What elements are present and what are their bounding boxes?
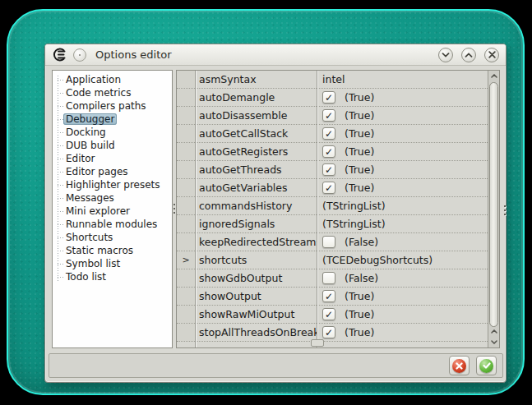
panel-splitter[interactable] [173,204,176,214]
tree-branch-icon [58,80,63,81]
grid-row-showRawMiOutput[interactable]: showRawMiOutput✓(True) [177,306,488,324]
tree-item-mini-explorer[interactable]: Mini explorer [53,205,172,218]
scrollbar-thumb[interactable] [489,82,498,327]
grid-row-stopAllThreadsOnBreak[interactable]: stopAllThreadsOnBreak✓(True) [177,324,488,342]
grid-row-showGdbOutput[interactable]: showGdbOutput(False) [177,269,488,288]
chevron-up-icon [465,53,473,58]
property-value: ✓(True) [317,290,488,302]
checkbox-checked[interactable]: ✓ [322,91,335,104]
checkbox-unchecked[interactable] [322,236,335,248]
checkbox-checked[interactable]: ✓ [322,109,335,122]
grid-row-asmSyntax[interactable]: asmSyntaxintel [177,71,488,89]
grid-row-autoGetCallStack[interactable]: autoGetCallStack✓(True) [177,125,488,143]
property-name: autoGetVariables [195,182,317,194]
property-value: ✓(True) [317,182,488,194]
tree-item-label: Symbol list [63,258,123,269]
grid-row-autoGetRegisters[interactable]: autoGetRegisters✓(True) [177,143,488,161]
vertical-scrollbar[interactable] [488,71,499,347]
grid-row-autoDisassemble[interactable]: autoDisassemble✓(True) [177,107,488,125]
tree-branch-icon [58,264,63,265]
tree-item-label: Mini explorer [63,205,132,217]
column-splitter[interactable] [317,71,317,347]
window-frame: Options editor ApplicationCode metricsCo… [7,9,525,395]
checkbox-checked[interactable]: ✓ [322,182,335,194]
accept-button[interactable] [476,356,497,375]
tree-item-runnable-modules[interactable]: Runnable modules [53,218,172,231]
column-splitter-grip[interactable] [311,339,324,347]
tree-item-debugger[interactable]: Debugger [53,113,172,126]
tree-item-code-metrics[interactable]: Code metrics [53,86,172,99]
grid-row-commandsHistory[interactable]: commandsHistory(TStringList) [177,197,488,215]
row-gutter [177,179,195,196]
property-value: ✓(True) [317,308,488,320]
checkbox-checked[interactable]: ✓ [322,163,335,176]
tree-item-editor[interactable]: Editor [53,152,172,165]
tree-item-label: Static macros [63,245,136,256]
property-value-text: (TStringList) [322,200,386,212]
tree-item-label: DUB build [63,140,118,151]
chevron-up-icon [491,329,497,334]
scroll-up-button-secondary[interactable] [488,326,499,337]
accept-icon [479,359,493,373]
tree-branch-icon [58,132,63,133]
property-grid[interactable]: asmSyntaxintelautoDemangle✓(True)autoDis… [176,70,500,348]
tree-item-symbol-list[interactable]: Symbol list [53,257,172,270]
property-name: autoDemangle [195,91,317,104]
grid-row-showOutput[interactable]: showOutput✓(True) [177,288,488,306]
checkbox-checked[interactable]: ✓ [322,308,335,320]
close-button[interactable] [484,48,499,62]
grid-row-autoDemangle[interactable]: autoDemangle✓(True) [177,89,488,107]
tree-item-highlighter-presets[interactable]: Highlighter presets [53,178,172,191]
window-menu-button[interactable] [73,48,86,62]
scroll-up-button[interactable] [488,71,499,81]
tree-item-static-macros[interactable]: Static macros [53,244,172,257]
checkbox-checked[interactable]: ✓ [322,290,335,302]
property-value: (TStringList) [317,218,488,230]
checkbox-checked[interactable]: ✓ [322,127,335,140]
scroll-down-button[interactable] [488,337,499,347]
tree-branch-icon [58,251,63,251]
tree-item-docking[interactable]: Docking [53,126,172,139]
row-gutter [177,143,195,160]
tree-branch-icon [58,145,63,146]
resize-grip[interactable] [504,205,507,215]
grid-row-ignoredSignals[interactable]: ignoredSignals(TStringList) [177,215,488,233]
property-value: ✓(True) [317,91,488,104]
property-value: (False) [317,236,488,248]
tree-item-compilers-paths[interactable]: Compilers paths [53,99,172,113]
tree-item-todo-list[interactable]: Todo list [53,270,172,283]
tree-branch-icon [58,119,63,120]
grid-row-autoGetThreads[interactable]: autoGetThreads✓(True) [177,161,488,179]
tree-item-dub-build[interactable]: DUB build [53,139,172,152]
chevron-down-icon [491,340,497,344]
cancel-button[interactable] [449,356,470,375]
property-name: asmSyntax [195,73,317,85]
property-value: ✓(True) [317,109,488,122]
grid-row-shortcuts[interactable]: >shortcuts(TCEDebugShortcuts) [177,251,488,269]
tree-item-shortcuts[interactable]: Shortcuts [53,231,172,244]
property-name: stopAllThreadsOnBreak [195,326,317,338]
cancel-icon [452,359,466,373]
tree-item-application[interactable]: Application [53,73,172,86]
titlebar[interactable]: Options editor [45,44,506,66]
property-name: showGdbOutput [195,272,317,284]
unshade-button[interactable] [461,48,476,62]
checkbox-unchecked[interactable] [322,272,335,284]
tree-item-messages[interactable]: Messages [53,191,172,205]
window-title: Options editor [95,48,172,61]
property-value: intel [317,73,488,85]
property-value-text: (True) [345,163,374,176]
tree-item-editor-pages[interactable]: Editor pages [53,165,172,178]
row-gutter [177,71,195,88]
grid-row-autoGetVariables[interactable]: autoGetVariables✓(True) [177,179,488,197]
grid-row-keepRedirectedStreams[interactable]: keepRedirectedStreams(False) [177,233,488,251]
checkbox-checked[interactable]: ✓ [322,326,335,338]
property-value: ✓(True) [317,163,488,176]
tree-item-label: Runnable modules [63,219,160,230]
row-gutter [177,269,195,287]
checkbox-checked[interactable]: ✓ [322,145,335,158]
options-tree[interactable]: ApplicationCode metricsCompilers pathsDe… [52,70,173,348]
tree-branch-icon [58,93,63,94]
shade-button[interactable] [438,48,453,62]
property-name: showOutput [195,290,317,302]
